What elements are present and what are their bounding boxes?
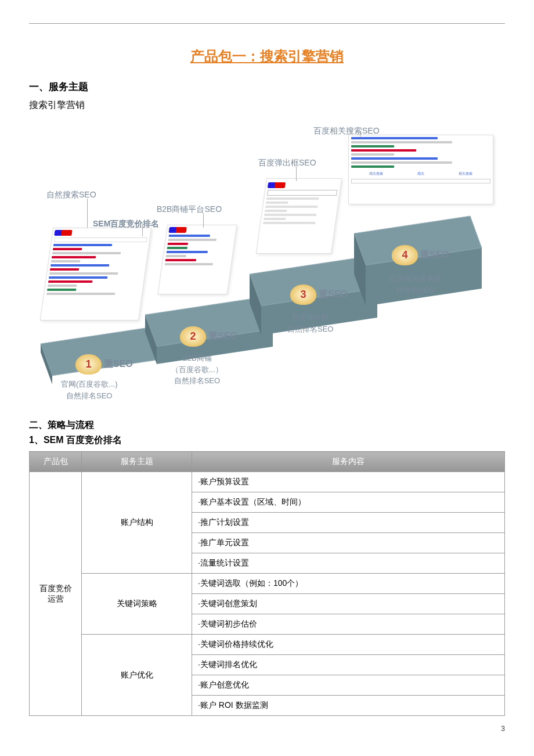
step-3-badge: 3 重SEO xyxy=(290,285,348,305)
sem-table: 产品包 服务主题 服务内容 百度竞价 运营账户结构·账户预算设置·账户基本设置（… xyxy=(29,451,505,716)
cell-theme: 账户结构 xyxy=(82,472,192,574)
step-2-label: 重SEO xyxy=(208,330,237,343)
screenshot-sem xyxy=(40,228,151,321)
table-header-row: 产品包 服务主题 服务内容 xyxy=(30,452,505,472)
page-number: 3 xyxy=(29,725,505,733)
step-1-caption: 官网(百度谷歌...) 自然排名SEO xyxy=(61,379,118,401)
seo-steps-diagram: 相关搜索 相关 相关搜索 自然搜索SEO SEM百度竞价排名 B2B商铺平台SE… xyxy=(29,123,505,402)
cell-content: ·关键词排名优化 xyxy=(192,655,505,675)
label-popup: 百度弹出框SEO xyxy=(258,158,316,168)
cell-content: ·流量统计设置 xyxy=(192,553,505,574)
cell-product: 百度竞价 运营 xyxy=(30,472,82,716)
page-title: 产品包一：搜索引擎营销 xyxy=(29,47,505,66)
step-1-badge: 1 重SEO xyxy=(75,354,133,375)
cloud-icon: 4 xyxy=(392,245,418,265)
step-4-badge: 4 重SEO xyxy=(392,245,449,265)
label-sem-bidding: SEM百度竞价排名 xyxy=(93,219,159,229)
step-3-caption: 百度弹出框 自然排名SEO xyxy=(287,312,333,334)
cell-content: ·账户基本设置（区域、时间） xyxy=(192,492,505,513)
step-2-caption: B2B商铺 （百度谷歌...） 自然排名SEO xyxy=(171,352,223,387)
step-4-label: 重SEO xyxy=(420,249,449,261)
table-row: 百度竞价 运营账户结构·账户预算设置 xyxy=(30,472,505,492)
screenshot-b2b xyxy=(158,225,237,294)
cell-content: ·关键词价格持续优化 xyxy=(192,635,505,655)
section-1-text: 搜索引擎营销 xyxy=(29,99,505,111)
section-2-sub1: 1、SEM 百度竞价排名 xyxy=(29,434,505,447)
label-natural-search: 自然搜索SEO xyxy=(46,190,96,200)
cell-content: ·关键词创意策划 xyxy=(192,594,505,614)
step-3-label: 重SEO xyxy=(319,289,348,301)
screenshot-related: 相关搜索 相关 相关搜索 xyxy=(348,135,493,204)
cell-theme: 关键词策略 xyxy=(82,574,192,635)
section-2-heading: 二、策略与流程 xyxy=(29,419,505,431)
screenshot-popup xyxy=(256,178,342,254)
cell-content: ·推广计划设置 xyxy=(192,513,505,533)
section-1-heading: 一、服务主题 xyxy=(29,80,505,93)
label-b2b: B2B商铺平台SEO xyxy=(157,204,222,215)
table-row: 关键词策略·关键词选取（例如：100个） xyxy=(30,574,505,594)
step-4-caption: 百度相关搜索自 然排名SEO xyxy=(389,273,442,296)
cell-theme: 账户优化 xyxy=(82,635,192,716)
cloud-icon: 3 xyxy=(290,285,316,305)
th-theme: 服务主题 xyxy=(82,452,192,472)
cell-content: ·账户创意优化 xyxy=(192,675,505,696)
cloud-icon: 1 xyxy=(75,354,102,375)
label-related: 百度相关搜索SEO xyxy=(313,126,380,136)
step-1-label: 重SEO xyxy=(104,358,133,370)
th-content: 服务内容 xyxy=(192,452,505,472)
cell-content: ·关键词初步估价 xyxy=(192,614,505,635)
cell-content: ·推广单元设置 xyxy=(192,533,505,553)
step-2-badge: 2 重SEO xyxy=(180,326,237,347)
cloud-icon: 2 xyxy=(180,326,206,347)
cell-content: ·账户 ROI 数据监测 xyxy=(192,696,505,716)
cell-content: ·账户预算设置 xyxy=(192,472,505,492)
cell-content: ·关键词选取（例如：100个） xyxy=(192,574,505,594)
table-row: 账户优化·关键词价格持续优化 xyxy=(30,635,505,655)
th-product: 产品包 xyxy=(30,452,82,472)
top-divider xyxy=(29,23,505,24)
